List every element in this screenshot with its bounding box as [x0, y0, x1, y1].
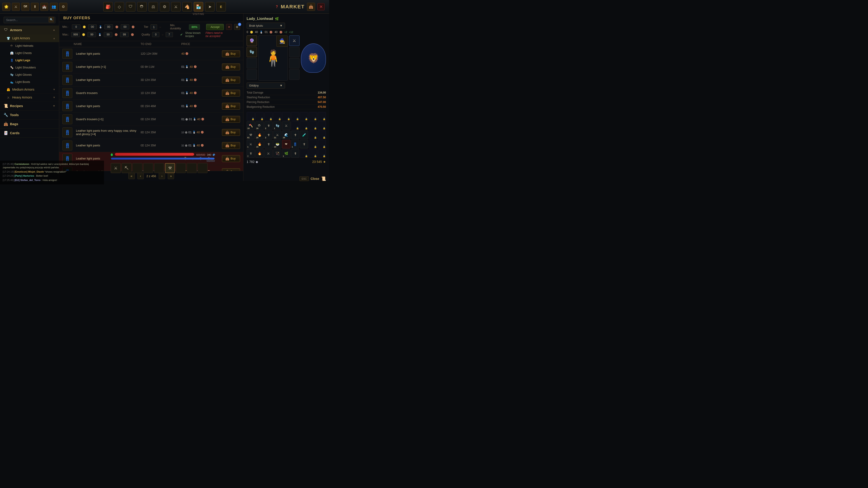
buy-btn-1[interactable]: 👜 Buy	[222, 64, 240, 70]
equip-slot-necklace[interactable]: 🔮	[247, 35, 257, 46]
buy-btn-7[interactable]: 👜 Buy	[222, 142, 240, 149]
craft-icon[interactable]: ⚙	[160, 2, 169, 11]
inv-slot[interactable]: ⚔	[282, 121, 290, 130]
close-market-btn[interactable]: ✕	[317, 3, 324, 10]
inv-slot[interactable]	[318, 149, 326, 158]
equip-slot-ring1[interactable]	[247, 58, 257, 68]
clear-btn[interactable]: ✕	[226, 24, 232, 30]
map2-icon[interactable]: ◇	[115, 2, 124, 11]
prev-page-btn[interactable]: ‹	[137, 173, 144, 179]
close-btn[interactable]: Close	[311, 177, 319, 181]
inv-slot[interactable]	[309, 112, 317, 121]
inv-slot[interactable]	[255, 112, 264, 121]
show-known-label[interactable]: Show known recipes	[185, 31, 201, 38]
inv-slot[interactable]: 🥗15	[273, 140, 281, 149]
sidebar-item-armors[interactable]: 🛡 Armors ▲	[0, 26, 59, 34]
title-dropdown[interactable]: Brak tytułu ▼	[247, 23, 285, 29]
max-gold-input[interactable]	[71, 32, 80, 37]
inv-slot[interactable]	[309, 149, 317, 158]
trade-icon[interactable]: ⚖	[149, 2, 158, 11]
hotbar-slot-6-active[interactable]: ⚒	[165, 163, 175, 173]
scroll-icon[interactable]: 📜	[321, 176, 326, 181]
buy-btn-0[interactable]: 👜 Buy	[222, 51, 240, 57]
sidebar-item-light-helmets[interactable]: ⛑ Light Helmets	[0, 42, 59, 50]
inv-slot[interactable]	[291, 121, 299, 130]
inv-slot[interactable]: 🔥15	[255, 140, 264, 149]
inv-slot[interactable]	[309, 131, 317, 139]
min-copper-input-2[interactable]	[121, 24, 129, 29]
sidebar-item-light-gloves[interactable]: 🧤 Light Gloves	[0, 71, 59, 78]
inv-slot[interactable]: 🗡	[300, 140, 308, 149]
inv-slot[interactable]: ❤	[282, 140, 290, 149]
sidebar-item-cards[interactable]: 🃏 Cards	[0, 129, 59, 138]
search-btn[interactable]: 🔍	[49, 17, 54, 22]
shield-icon[interactable]: 🛡	[126, 2, 135, 11]
equip-slot-ring2[interactable]	[247, 69, 257, 80]
inv-slot[interactable]	[291, 112, 299, 121]
inv-slot[interactable]	[318, 131, 326, 139]
accept-btn[interactable]: Accept	[206, 24, 224, 30]
inv-slot[interactable]	[300, 121, 308, 130]
guild-icon[interactable]: 🏰	[40, 3, 49, 11]
player-portrait[interactable]: 🧙	[276, 35, 288, 47]
arrow-icon[interactable]: ➤	[205, 2, 215, 11]
inv-slot[interactable]: ⚒81	[247, 131, 255, 139]
sidebar-item-tools[interactable]: 🔧 Tools	[0, 110, 59, 120]
equip-slot-extra[interactable]	[289, 69, 300, 80]
min-gold-input[interactable]	[72, 24, 81, 29]
inv-slot[interactable]	[318, 140, 326, 149]
search-input[interactable]	[4, 17, 55, 23]
market-icon[interactable]: 🏪 VISITING	[194, 2, 203, 11]
buy-btn-8[interactable]: 👜 Buy	[222, 155, 240, 162]
sidebar-item-heavy-armors[interactable]: ⚔ Heavy Armors ▼	[0, 94, 59, 101]
hotbar-slot-9[interactable]	[197, 163, 208, 173]
buy-btn-9[interactable]: 👜 Buy	[222, 168, 240, 171]
settings-top-icon[interactable]: ⚙	[59, 3, 67, 11]
inv-slot[interactable]: 🗡	[291, 131, 299, 139]
inv-slot[interactable]: 🔥	[255, 149, 264, 158]
inv-slot[interactable]: ⚔21	[273, 131, 281, 139]
max-copper-input-2[interactable]	[120, 32, 129, 37]
inv-slot[interactable]	[309, 140, 317, 149]
equip-slot-boots[interactable]	[289, 58, 300, 68]
inv-slot[interactable]: 🧪	[300, 131, 308, 139]
sidebar-item-light-boots[interactable]: 👟 Light Boots	[0, 78, 59, 86]
inv-slot[interactable]	[318, 121, 326, 130]
inventory-icon[interactable]: 🎒	[103, 2, 113, 11]
hotbar-slot-5[interactable]	[154, 163, 164, 173]
bag-top-icon[interactable]: 👜	[307, 3, 315, 11]
inv-slot[interactable]: 🗡	[265, 140, 273, 149]
sidebar-item-light-chests[interactable]: 👔 Light Chests	[0, 50, 59, 57]
combat-icon[interactable]: ⚔	[171, 2, 181, 11]
social-icon[interactable]: 👥	[50, 3, 58, 11]
min-copper-input-1[interactable]	[104, 24, 113, 29]
hotbar-slot-7[interactable]	[176, 163, 186, 173]
sidebar-item-bags[interactable]: 👜 Bags	[0, 120, 59, 129]
char-icon[interactable]: 🌟	[2, 3, 10, 11]
sidebar-item-recipes[interactable]: 📜 Recipes ▼	[0, 101, 59, 110]
buy-btn-3[interactable]: 👜 Buy	[222, 90, 240, 96]
esc-btn[interactable]: ESC	[300, 176, 309, 181]
helm-icon[interactable]: ⛑	[137, 2, 147, 11]
sidebar-item-light-armors[interactable]: 👕 Light Armors ▲	[0, 34, 59, 42]
help-icon[interactable]: ❓	[275, 5, 278, 8]
hotbar-slot-4[interactable]	[143, 163, 153, 173]
inv-slot[interactable]: ⚔	[265, 149, 273, 158]
filter-settings-btn[interactable]: ⚙ 2	[234, 24, 240, 30]
equip-slot-weapon[interactable]: ⚔	[289, 35, 300, 46]
equip-slot-offhand[interactable]	[289, 47, 300, 57]
buy-btn-4[interactable]: 👜 Buy	[222, 103, 240, 109]
quality-min-input[interactable]	[152, 32, 159, 37]
sidebar-item-light-legs[interactable]: 👖 Light Legs	[0, 57, 59, 64]
equip-slot-gloves[interactable]: 🧤	[247, 47, 257, 57]
inv-slot[interactable]: ⛑16	[255, 121, 264, 130]
inv-slot[interactable]	[282, 112, 290, 121]
buy-btn-2[interactable]: 👜 Buy	[222, 76, 240, 84]
inv-slot[interactable]	[265, 112, 273, 121]
hotbar-slot-8[interactable]	[187, 163, 197, 173]
first-page-btn[interactable]: «	[128, 173, 135, 179]
last-page-btn[interactable]: »	[168, 173, 174, 179]
inv-slot[interactable]: 🪓18	[247, 121, 255, 130]
e-icon[interactable]: E	[216, 2, 226, 11]
mount-icon[interactable]: 🐴	[182, 2, 192, 11]
